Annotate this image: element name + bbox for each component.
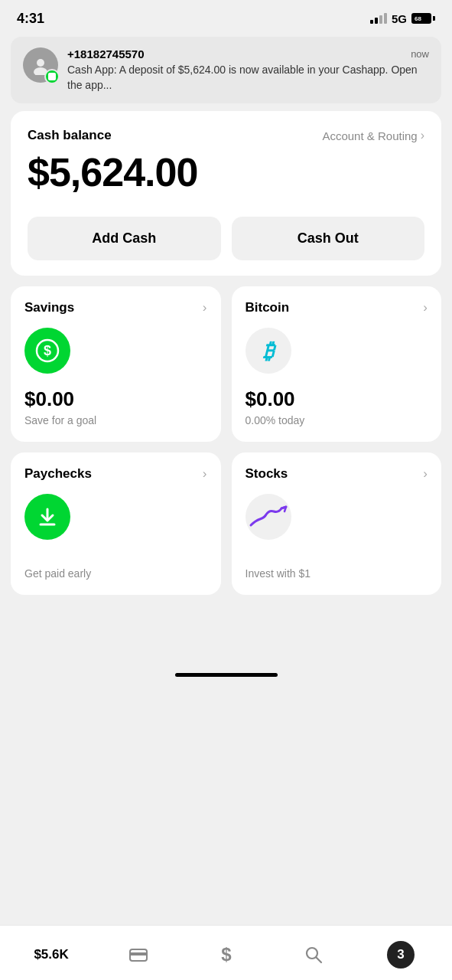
balance-actions: Add Cash Cash Out: [28, 217, 424, 260]
battery-icon: [411, 13, 435, 24]
search-icon: [301, 942, 327, 968]
nav-notifications[interactable]: 3: [357, 941, 444, 969]
paychecks-subtitle: Get paid early: [24, 567, 207, 580]
bitcoin-subtitle: 0.00% today: [246, 414, 428, 426]
main-content: Cash balance Account & Routing › $5,624.…: [0, 111, 452, 595]
paychecks-title: Paychecks: [24, 466, 92, 482]
status-bar: 4:31 5G: [0, 0, 452, 34]
savings-card[interactable]: Savings › $ $0.00 Save for a goal: [11, 286, 221, 442]
stocks-title: Stocks: [246, 466, 288, 482]
savings-title: Savings: [24, 300, 74, 315]
bitcoin-title: Bitcoin: [246, 300, 290, 315]
bitcoin-icon-wrap: ₿: [246, 328, 291, 374]
stocks-card-header: Stocks ›: [246, 466, 428, 482]
notification-banner[interactable]: +18182745570 now Cash App: A deposit of …: [11, 37, 441, 103]
cashapp-badge: [44, 69, 60, 84]
add-cash-button[interactable]: Add Cash: [28, 217, 221, 260]
svg-text:$: $: [221, 944, 232, 965]
paychecks-card[interactable]: Paychecks › Get paid early: [11, 452, 221, 595]
balance-amount: $5,624.00: [28, 149, 424, 195]
bitcoin-amount: $0.00: [246, 387, 428, 411]
notification-badge: 3: [387, 941, 415, 969]
stocks-chevron-icon: ›: [423, 466, 428, 482]
signal-icon: [370, 13, 387, 24]
cards-grid: Savings › $ $0.00 Save for a goal Bitcoi…: [11, 286, 441, 595]
paychecks-card-header: Paychecks ›: [24, 466, 207, 482]
paychecks-download-icon: [35, 505, 60, 529]
notif-content: +18182745570 now Cash App: A deposit of …: [67, 47, 429, 93]
account-routing-link[interactable]: Account & Routing ›: [322, 129, 424, 142]
balance-header: Cash balance Account & Routing ›: [28, 128, 424, 143]
cash-out-button[interactable]: Cash Out: [232, 217, 425, 260]
svg-text:$: $: [44, 343, 51, 358]
notif-header: +18182745570 now: [67, 47, 429, 60]
bottom-nav: $5.6K $ 3: [0, 925, 452, 980]
notif-time: now: [411, 48, 429, 60]
savings-amount: $0.00: [24, 387, 207, 411]
stocks-card[interactable]: Stocks › Invest with $1: [232, 452, 442, 595]
nav-dollar-icon[interactable]: $: [182, 942, 269, 968]
status-icons: 5G: [370, 12, 435, 25]
savings-chevron-icon: ›: [203, 300, 207, 315]
savings-dollar-icon: $: [35, 338, 60, 363]
savings-card-header: Savings ›: [24, 300, 207, 315]
network-type: 5G: [392, 12, 407, 25]
notif-phone: +18182745570: [67, 47, 145, 60]
savings-icon-wrap: $: [24, 328, 70, 374]
notif-avatar: [23, 47, 58, 83]
balance-card: Cash balance Account & Routing › $5,624.…: [11, 111, 441, 276]
chevron-right-icon: ›: [421, 129, 424, 142]
nav-search-icon[interactable]: [270, 942, 357, 968]
status-time: 4:31: [17, 11, 44, 27]
svg-rect-5: [130, 952, 147, 956]
nav-balance-text: $5.6K: [34, 947, 68, 962]
notif-message: Cash App: A deposit of $5,624.00 is now …: [67, 63, 429, 93]
bitcoin-chevron-icon: ›: [423, 300, 428, 315]
card-icon: [125, 942, 151, 968]
svg-point-0: [37, 59, 44, 67]
bitcoin-card-header: Bitcoin ›: [246, 300, 428, 315]
stocks-chart-icon: [248, 504, 289, 530]
account-routing-text: Account & Routing: [322, 129, 417, 142]
nav-card-icon[interactable]: [95, 942, 182, 968]
dollar-icon: $: [213, 942, 239, 968]
svg-line-8: [316, 957, 321, 962]
paychecks-chevron-icon: ›: [203, 466, 207, 482]
bitcoin-card[interactable]: Bitcoin › ₿ $0.00 0.00% today: [232, 286, 442, 442]
stocks-subtitle: Invest with $1: [246, 567, 428, 580]
savings-subtitle: Save for a goal: [24, 414, 207, 426]
balance-label: Cash balance: [28, 128, 112, 143]
home-indicator: [175, 673, 278, 677]
stocks-icon-wrap: [246, 494, 291, 540]
nav-balance[interactable]: $5.6K: [8, 947, 95, 962]
paychecks-icon-wrap: [24, 494, 70, 540]
bitcoin-b-icon: ₿: [263, 338, 274, 364]
